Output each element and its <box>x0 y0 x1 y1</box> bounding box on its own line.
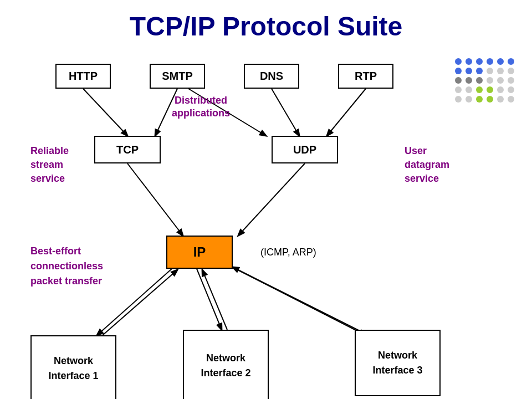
decorative-dot <box>476 96 483 103</box>
page-title: TCP/IP Protocol Suite <box>0 0 532 47</box>
svg-line-10 <box>202 270 227 330</box>
decorative-dots <box>455 58 515 103</box>
decorative-dot <box>455 96 462 103</box>
svg-line-3 <box>272 89 299 136</box>
ip-box: IP <box>166 236 233 269</box>
distributed-applications-label: Distributedapplications <box>172 94 230 120</box>
network-interface-1-box: Network Interface 1 <box>30 335 116 399</box>
decorative-dot <box>476 58 483 65</box>
decorative-dot <box>508 68 514 74</box>
tcp-box: TCP <box>94 136 161 163</box>
best-effort-label: Best-effortconnectionlesspacket transfer <box>30 244 103 289</box>
decorative-dot <box>487 77 493 84</box>
user-datagram-label: Userdatagramservice <box>405 144 449 186</box>
svg-line-6 <box>238 163 305 236</box>
decorative-dot <box>508 77 514 84</box>
decorative-dot <box>497 58 504 65</box>
svg-line-5 <box>127 163 183 236</box>
decorative-dot <box>497 96 504 103</box>
svg-line-8 <box>103 270 177 335</box>
icmp-arp-label: (ICMP, ARP) <box>260 247 316 258</box>
reliable-stream-label: Reliablestreamservice <box>30 144 69 186</box>
svg-line-4 <box>327 89 366 136</box>
decorative-dot <box>497 68 504 74</box>
network-interface-2-box: Network Interface 2 <box>183 330 269 399</box>
decorative-dot <box>476 86 483 93</box>
decorative-dot <box>508 86 514 93</box>
decorative-dot <box>455 77 462 84</box>
decorative-dot <box>466 77 472 84</box>
decorative-dot <box>466 96 472 103</box>
udp-box: UDP <box>272 136 338 163</box>
decorative-dot <box>476 77 483 84</box>
decorative-dot <box>455 68 462 74</box>
decorative-dot <box>508 58 514 65</box>
decorative-dot <box>487 86 493 93</box>
svg-line-11 <box>230 266 366 335</box>
decorative-dot <box>466 86 472 93</box>
rtp-box: RTP <box>338 64 393 89</box>
svg-line-12 <box>233 267 369 335</box>
dns-box: DNS <box>244 64 299 89</box>
decorative-dot <box>487 68 493 74</box>
decorative-dot <box>476 68 483 74</box>
decorative-dot <box>466 58 472 65</box>
decorative-dot <box>508 96 514 103</box>
decorative-dot <box>497 86 504 93</box>
decorative-dot <box>487 96 493 103</box>
smtp-box: SMTP <box>150 64 205 89</box>
decorative-dot <box>466 68 472 74</box>
decorative-dot <box>497 77 504 84</box>
svg-line-0 <box>83 89 127 136</box>
decorative-dot <box>487 58 493 65</box>
decorative-dot <box>455 58 462 65</box>
decorative-dot <box>455 86 462 93</box>
network-interface-3-box: Network Interface 3 <box>355 330 441 396</box>
svg-line-7 <box>97 269 172 335</box>
http-box: HTTP <box>55 64 111 89</box>
svg-line-9 <box>197 269 222 330</box>
